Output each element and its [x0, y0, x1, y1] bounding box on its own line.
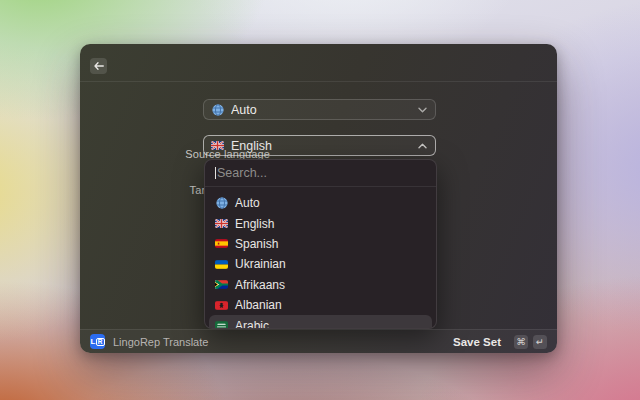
language-option-afrikaans[interactable]: Afrikaans	[209, 275, 432, 295]
chevron-down-icon	[418, 107, 427, 113]
language-option-arabic[interactable]: Arabic	[209, 315, 432, 329]
language-option-list: AutoEnglishSpanishUkrainianAfrikaansAlba…	[205, 187, 436, 329]
flag-sa-icon	[215, 319, 228, 329]
language-option-albanian[interactable]: Albanian	[209, 295, 432, 315]
language-option-label: Spanish	[235, 237, 278, 251]
return-key-icon: ↵	[533, 335, 547, 349]
language-option-label: Afrikaans	[235, 278, 285, 292]
save-set-label: Save Set	[453, 336, 501, 348]
chevron-up-icon	[418, 143, 427, 149]
language-option-auto[interactable]: Auto	[209, 193, 432, 213]
text-caret	[215, 167, 216, 179]
desktop-background: Source language Auto Target language Eng…	[0, 0, 640, 400]
search-placeholder: Search...	[217, 166, 267, 180]
command-key-icon: ⌘	[514, 335, 528, 349]
language-option-english[interactable]: English	[209, 213, 432, 233]
flag-ua-icon	[215, 258, 228, 271]
language-option-label: Ukrainian	[235, 257, 286, 271]
flag-gb-icon	[211, 139, 224, 152]
lingorep-logo: L R	[90, 334, 105, 349]
source-language-select[interactable]: Auto	[203, 99, 436, 120]
language-option-label: Arabic	[235, 319, 269, 329]
language-option-ukrainian[interactable]: Ukrainian	[209, 254, 432, 274]
language-dropdown-panel: Search... AutoEnglishSpanishUkrainianAfr…	[204, 159, 437, 329]
language-option-label: Auto	[235, 196, 260, 210]
source-language-value: Auto	[231, 103, 418, 117]
window-header	[80, 44, 557, 82]
dropdown-search-input[interactable]: Search...	[205, 160, 436, 187]
language-option-label: Albanian	[235, 298, 282, 312]
back-button[interactable]	[90, 58, 107, 74]
flag-es-icon	[215, 237, 228, 250]
footer-bar: L R LingoRep Translate Save Set ⌘ ↵	[80, 329, 557, 353]
logo-letter-l: L	[90, 337, 95, 346]
save-set-button[interactable]: Save Set ⌘ ↵	[453, 335, 547, 349]
target-language-value: English	[231, 139, 418, 153]
arrow-left-icon	[94, 62, 104, 70]
flag-gb-icon	[215, 217, 228, 230]
globe-icon	[215, 197, 228, 210]
app-name: LingoRep Translate	[113, 336, 453, 348]
globe-icon	[211, 103, 224, 116]
logo-letter-r: R	[96, 338, 105, 346]
app-window: Source language Auto Target language Eng…	[80, 44, 557, 353]
target-language-select[interactable]: English	[203, 135, 436, 156]
language-option-spanish[interactable]: Spanish	[209, 234, 432, 254]
flag-za-icon	[215, 278, 228, 291]
flag-al-icon	[215, 299, 228, 312]
language-option-label: English	[235, 217, 274, 231]
